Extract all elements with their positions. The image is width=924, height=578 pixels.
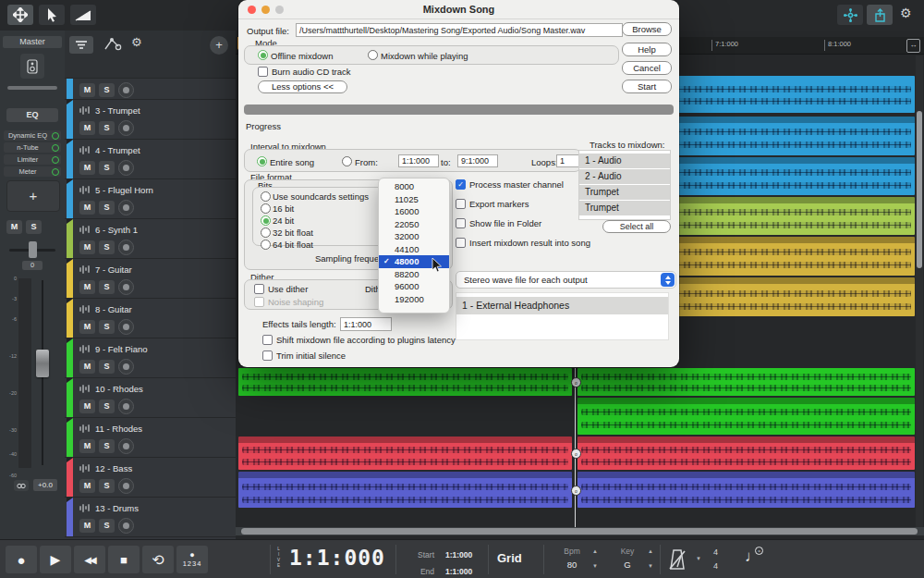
track-name[interactable]: 6 - Synth 1 xyxy=(95,225,138,235)
track-solo-button[interactable]: S xyxy=(99,240,115,254)
loops-input[interactable]: 1 xyxy=(556,154,579,167)
fade-node-handle[interactable]: o xyxy=(571,449,581,459)
track-solo-button[interactable]: S xyxy=(99,519,115,533)
to-input[interactable]: 9:1:000 xyxy=(457,154,498,167)
plugin-slot-dynamic-eq[interactable]: Dynamic EQ xyxy=(4,130,61,141)
key-control[interactable]: Key G xyxy=(612,547,643,570)
play-button[interactable]: ▶ xyxy=(40,546,71,573)
output-device-list[interactable]: 1 - External Headphones xyxy=(456,292,669,340)
track-row[interactable]: 3 - TrumpetMS xyxy=(65,99,236,140)
menu-item[interactable]: 96000 xyxy=(379,280,449,293)
track-mute-button[interactable]: M xyxy=(79,360,95,374)
cancel-button[interactable]: Cancel xyxy=(622,61,672,75)
track-mute-button[interactable]: M xyxy=(79,479,95,493)
track-row[interactable]: 6 - Synth 1MS xyxy=(65,218,236,259)
track-record-arm-button[interactable] xyxy=(118,319,134,335)
track-solo-button[interactable]: S xyxy=(99,360,115,374)
trim-silence-checkbox[interactable] xyxy=(262,350,273,361)
track-mute-button[interactable]: M xyxy=(79,439,95,453)
eq-button[interactable]: EQ xyxy=(6,108,58,122)
track-mute-button[interactable]: M xyxy=(79,201,95,215)
audio-clip[interactable] xyxy=(647,117,915,155)
menu-item[interactable]: 44100 xyxy=(379,243,449,256)
track-row[interactable]: 10 - RhodesMS xyxy=(65,377,236,418)
track-record-arm-button[interactable] xyxy=(118,200,134,215)
record-button[interactable]: ● xyxy=(6,546,37,573)
plugin-slot-n-tube[interactable]: n-Tube xyxy=(4,142,61,153)
use-dither-checkbox[interactable] xyxy=(254,284,264,294)
loop-button[interactable]: ⟲ xyxy=(142,546,174,573)
entire-song-label[interactable]: Entire song xyxy=(270,157,314,167)
burn-cd-label[interactable]: Burn audio CD track xyxy=(272,67,351,77)
from-radio[interactable] xyxy=(342,156,352,166)
track-mute-button[interactable]: M xyxy=(79,121,95,135)
monitor-phones-button[interactable] xyxy=(14,480,29,491)
pan-slider-handle[interactable] xyxy=(29,241,37,258)
audio-clip[interactable] xyxy=(647,197,915,235)
insert-result-checkbox[interactable] xyxy=(456,238,466,248)
track-mute-button[interactable]: M xyxy=(79,240,95,254)
menu-item[interactable]: 22050 xyxy=(379,218,449,231)
output-device-item[interactable]: 1 - External Headphones xyxy=(456,297,668,314)
audio-clip[interactable] xyxy=(578,398,915,435)
track-view-button[interactable] xyxy=(69,36,93,54)
master-mini-slider[interactable] xyxy=(7,86,57,90)
track-solo-button[interactable]: S xyxy=(99,121,115,135)
track-settings-gear-icon[interactable]: ⚙ xyxy=(131,35,142,49)
show-file-label[interactable]: Show file in Folder xyxy=(469,218,541,228)
power-icon[interactable] xyxy=(52,144,59,152)
zoom-fit-icon[interactable]: ↔ xyxy=(906,39,920,53)
bits-24-label[interactable]: 24 bit xyxy=(273,215,294,226)
export-markers-checkbox[interactable] xyxy=(456,199,466,209)
track-row[interactable]: 7 - GuitarMS xyxy=(65,258,236,299)
track-record-arm-button[interactable] xyxy=(118,120,134,136)
track-record-arm-button[interactable] xyxy=(118,438,134,454)
menu-item[interactable]: 192000 xyxy=(379,293,449,306)
audio-clip[interactable] xyxy=(238,472,572,508)
master-mute-button[interactable]: M xyxy=(6,220,22,234)
track-solo-button[interactable]: S xyxy=(99,161,115,175)
shift-latency-checkbox[interactable] xyxy=(262,335,273,345)
track-row[interactable]: 8 - GuitarMS xyxy=(65,298,236,338)
pointer-tool-button[interactable] xyxy=(39,5,65,25)
export-markers-label[interactable]: Export markers xyxy=(469,199,529,209)
show-file-checkbox[interactable] xyxy=(456,218,466,228)
bits-16-label[interactable]: 16 bit xyxy=(273,203,294,214)
tracks-to-mixdown-list[interactable]: 1 - Audio 2 - Audio Trumpet Trumpet xyxy=(578,150,671,220)
power-icon[interactable] xyxy=(52,156,59,164)
track-row[interactable]: 9 - Felt PianoMS xyxy=(65,338,236,378)
mixdown-track-item[interactable]: Trumpet xyxy=(579,185,670,200)
audio-clip[interactable] xyxy=(647,277,915,316)
track-name[interactable]: 3 - Trumpet xyxy=(95,105,140,116)
power-icon[interactable] xyxy=(52,132,59,140)
track-name[interactable]: 5 - Flugel Horn xyxy=(95,185,153,195)
bits-24-radio[interactable] xyxy=(261,215,271,226)
power-icon[interactable] xyxy=(52,168,59,176)
master-solo-button[interactable]: S xyxy=(26,220,42,234)
master-output-button[interactable] xyxy=(20,54,44,79)
fade-tool-button[interactable] xyxy=(70,5,96,25)
track-record-arm-button[interactable] xyxy=(118,160,134,176)
track-record-arm-button[interactable] xyxy=(118,82,134,98)
process-master-checkbox[interactable]: ✓ xyxy=(456,179,466,190)
dialog-titlebar[interactable]: Mixdown Song xyxy=(238,0,679,19)
time-display[interactable]: 1:1:000 xyxy=(289,546,385,570)
bits-64-radio[interactable] xyxy=(261,240,271,250)
audio-clip[interactable] xyxy=(578,368,915,396)
shift-latency-label[interactable]: Shift mixdown file according to plugins … xyxy=(276,335,456,345)
track-name[interactable]: 13 - Drums xyxy=(95,503,139,513)
browse-button[interactable]: Browse xyxy=(622,22,672,36)
select-all-button[interactable]: Select all xyxy=(602,220,671,233)
loop-range[interactable]: Start1:1:000 End1:1:000 xyxy=(403,546,472,578)
track-row[interactable]: 4 - TrumpetMS xyxy=(65,139,236,179)
help-button[interactable]: Help xyxy=(622,43,672,56)
track-record-arm-button[interactable] xyxy=(118,478,134,494)
track-solo-button[interactable]: S xyxy=(99,320,115,334)
track-row[interactable]: 5 - Flugel HornMS xyxy=(65,178,236,219)
vertical-scrollbar[interactable] xyxy=(916,55,923,527)
bits-soundcard-label[interactable]: Use soundcards settings xyxy=(273,191,369,202)
track-name[interactable]: 11 - Rhodes xyxy=(95,424,142,434)
menu-item[interactable]: 11025 xyxy=(379,193,449,206)
audio-clip[interactable] xyxy=(238,437,572,470)
track-mute-button[interactable]: M xyxy=(79,83,95,97)
